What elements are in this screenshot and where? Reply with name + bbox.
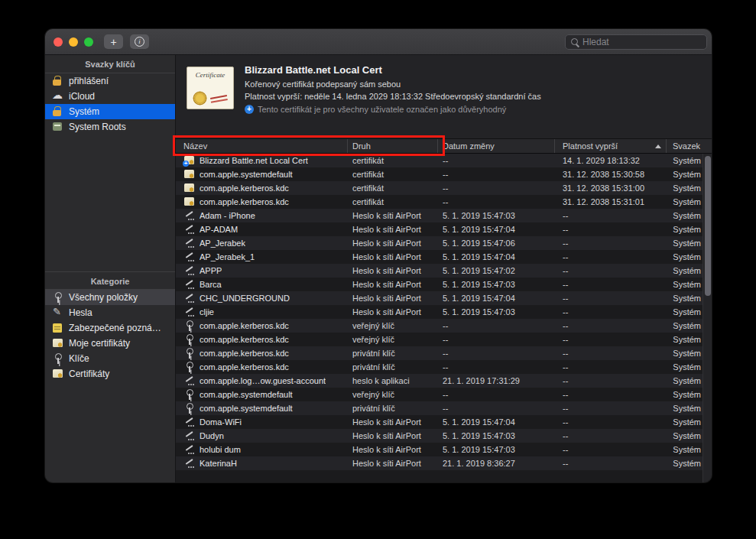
cell-kind: certifikát (348, 154, 438, 167)
sidebar-keychain-item[interactable]: přihlášení (45, 73, 175, 89)
add-item-button[interactable]: + (104, 34, 123, 49)
cell-modified: -- (438, 167, 555, 181)
cell-name: com.apple.systemdefault (176, 167, 348, 181)
sidebar-category-item[interactable]: Zabezpečené pozná… (45, 320, 175, 336)
certificate-image: Certificate (187, 67, 234, 109)
cell-expires: -- (555, 319, 667, 333)
cell-kind: Heslo k síti AirPort (348, 429, 438, 443)
table-row[interactable]: holubi dum Heslo k síti AirPort 5. 1. 20… (176, 443, 712, 456)
cell-name: com.apple.kerberos.kdc (176, 360, 348, 374)
table-row[interactable]: com.apple.kerberos.kdc veřejný klíč -- -… (176, 333, 712, 346)
password-icon (183, 307, 196, 317)
cell-kind: veřejný klíč (348, 319, 438, 333)
table-row[interactable]: Doma-WiFi Heslo k síti AirPort 5. 1. 201… (176, 415, 712, 429)
table-row[interactable]: com.apple.systemdefault certifikát -- 31… (176, 167, 712, 181)
cell-modified: 5. 1. 2019 15:47:03 (438, 443, 555, 456)
table-row[interactable]: com.apple.kerberos.kdc privátní klíč -- … (176, 346, 712, 360)
search-field[interactable] (565, 34, 707, 50)
close-button[interactable] (54, 37, 63, 47)
sidebar-category-item[interactable]: Hesla (45, 305, 175, 320)
cell-name: AP_Jerabek (176, 236, 348, 250)
cell-expires: 31. 12. 2038 15:30:58 (555, 167, 667, 181)
item-name: Dudyn (200, 431, 224, 440)
search-input[interactable] (582, 37, 702, 47)
table-row[interactable]: com.apple.kerberos.kdc certifikát -- 31.… (176, 195, 712, 209)
table-row[interactable]: Blizzard Battle.net Local Cert certifiká… (176, 154, 712, 167)
table-row[interactable]: Dudyn Heslo k síti AirPort 5. 1. 2019 15… (176, 429, 712, 443)
item-name: CHC_UNDERGROUND (200, 294, 290, 303)
password-icon (183, 265, 196, 276)
key-icon (183, 362, 196, 372)
cell-expires: -- (555, 388, 667, 401)
column-header-modified[interactable]: Datum změny (438, 139, 555, 153)
scrollbar-thumb[interactable] (705, 156, 711, 296)
cell-name: holubi dum (176, 443, 348, 456)
lock-icon (52, 106, 63, 117)
table-row[interactable]: AP-ADAM Heslo k síti AirPort 5. 1. 2019 … (176, 222, 712, 236)
column-header-expires[interactable]: Platnost vyprší (555, 139, 667, 153)
table-row[interactable]: com.apple.systemdefault veřejný klíč -- … (176, 388, 712, 401)
cell-kind: Heslo k síti AirPort (348, 305, 438, 319)
cell-expires: -- (555, 360, 667, 374)
certificate-icon (183, 196, 196, 207)
cell-name: Blizzard Battle.net Local Cert (176, 154, 348, 167)
table-row[interactable]: com.apple.kerberos.kdc privátní klíč -- … (176, 360, 712, 374)
cell-modified: 5. 1. 2019 15:47:03 (438, 278, 555, 291)
traffic-lights (54, 37, 93, 47)
keychain-label: System Roots (69, 122, 126, 132)
cell-modified: -- (438, 360, 555, 374)
sidebar-category-item[interactable]: Moje certifikáty (45, 336, 175, 351)
cell-name: Dudyn (176, 429, 348, 443)
column-header-name[interactable]: Název (176, 139, 348, 153)
sidebar-category-item[interactable]: Všechny položky (45, 290, 175, 305)
table-row[interactable]: Barca Heslo k síti AirPort 5. 1. 2019 15… (176, 278, 712, 291)
minimize-button[interactable] (69, 37, 78, 47)
column-header-kind[interactable]: Druh (348, 139, 438, 153)
table-row[interactable]: AP_Jerabek_1 Heslo k síti AirPort 5. 1. … (176, 250, 712, 264)
cell-modified: 5. 1. 2019 15:47:04 (438, 222, 555, 236)
cell-modified: 5. 1. 2019 15:47:03 (438, 209, 555, 222)
cell-kind: Heslo k síti AirPort (348, 456, 438, 470)
pencil-icon (52, 307, 63, 318)
column-header-keychain[interactable]: Svazek (667, 139, 712, 153)
item-name: Doma-WiFi (200, 417, 242, 427)
table-row[interactable]: APPP Heslo k síti AirPort 5. 1. 2019 15:… (176, 264, 712, 278)
cell-name: APPP (176, 264, 348, 278)
zoom-button[interactable] (84, 37, 93, 47)
table-row[interactable]: com.apple.kerberos.kdc veřejný klíč -- -… (176, 319, 712, 333)
table-row[interactable]: com.apple.log…ow.guest-account heslo k a… (176, 374, 712, 388)
category-label: Všechny položky (69, 292, 138, 303)
titlebar: + i (45, 29, 712, 55)
sidebar-category-item[interactable]: Klíče (45, 351, 175, 366)
password-icon (183, 417, 196, 427)
sidebar-keychain-item[interactable]: Systém (45, 104, 175, 119)
item-name: com.apple.systemdefault (200, 404, 293, 413)
table-row[interactable]: CHC_UNDERGROUND Heslo k síti AirPort 5. … (176, 291, 712, 305)
password-icon (183, 444, 196, 455)
vertical-scrollbar[interactable] (702, 154, 712, 482)
table-row[interactable]: KaterinaH Heslo k síti AirPort 21. 1. 20… (176, 456, 712, 470)
table-header: Název Druh Datum změny Platnost vyprší S… (176, 139, 712, 154)
keychain-label: Systém (69, 106, 99, 117)
cell-expires: -- (555, 250, 667, 264)
item-name: cljie (200, 307, 214, 317)
cell-name: com.apple.systemdefault (176, 401, 348, 415)
cell-expires: 14. 1. 2029 18:13:32 (555, 154, 667, 167)
cell-name: AP-ADAM (176, 222, 348, 236)
category-label: Moje certifikáty (69, 338, 130, 349)
roots-icon (52, 122, 63, 132)
table-row[interactable]: AP_Jerabek Heslo k síti AirPort 5. 1. 20… (176, 236, 712, 250)
cell-expires: -- (555, 222, 667, 236)
table-row[interactable]: cljie Heslo k síti AirPort 5. 1. 2019 15… (176, 305, 712, 319)
password-icon (183, 224, 196, 235)
cell-name: CHC_UNDERGROUND (176, 291, 348, 305)
password-icon (183, 293, 196, 304)
cell-name: AP_Jerabek_1 (176, 250, 348, 264)
sidebar-category-item[interactable]: Certifikáty (45, 366, 175, 382)
table-row[interactable]: com.apple.kerberos.kdc certifikát -- 31.… (176, 181, 712, 195)
info-button[interactable]: i (130, 34, 149, 49)
sidebar-keychain-item[interactable]: System Roots (45, 119, 175, 135)
table-row[interactable]: com.apple.systemdefault privátní klíč --… (176, 401, 712, 415)
sidebar-keychain-item[interactable]: iCloud (45, 89, 175, 104)
table-row[interactable]: Adam - iPhone Heslo k síti AirPort 5. 1.… (176, 209, 712, 222)
